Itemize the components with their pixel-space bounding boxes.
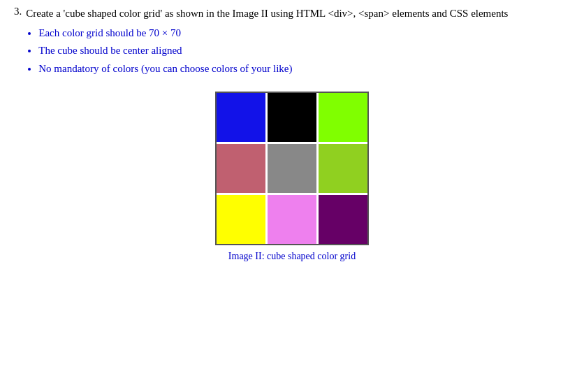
grid-caption: Image II: cube shaped color grid	[228, 251, 356, 262]
grid-cell-blue	[217, 93, 265, 142]
grid-container: Image II: cube shaped color grid	[14, 92, 570, 262]
instruction-number: 3.	[14, 6, 22, 83]
grid-cell-pink	[268, 195, 316, 244]
instruction-text: Create a 'cube shaped color grid' as sho…	[26, 6, 570, 83]
grid-cell-gray	[268, 144, 316, 193]
grid-cell-black	[268, 93, 316, 142]
instruction-bullets: Each color grid should be 70 × 70 The cu…	[26, 24, 570, 78]
instruction-block: 3. Create a 'cube shaped color grid' as …	[14, 6, 570, 83]
grid-cell-yellow	[217, 195, 265, 244]
grid-cell-purple	[319, 195, 367, 244]
grid-cell-lime	[319, 93, 367, 142]
color-grid	[215, 92, 369, 245]
bullet-2: The cube should be center aligned	[38, 42, 570, 60]
bullet-1: Each color grid should be 70 × 70	[38, 24, 570, 43]
grid-cell-green	[319, 144, 367, 193]
instruction-main-text: Create a 'cube shaped color grid' as sho…	[26, 6, 570, 22]
grid-cell-rose	[217, 144, 265, 193]
bullet-3: No mandatory of colors (you can choose c…	[38, 60, 570, 78]
